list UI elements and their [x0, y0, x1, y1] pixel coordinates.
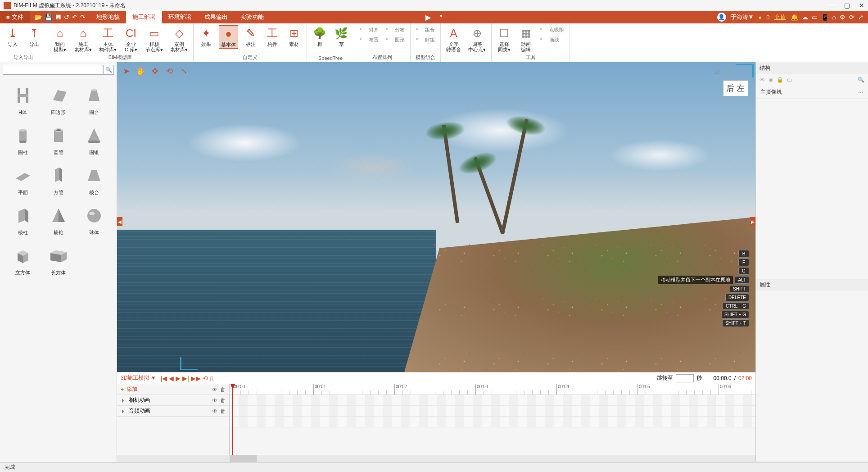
tl-next-button[interactable]: ▶| — [182, 375, 189, 382]
tl-last-button[interactable]: ▶▶ — [191, 375, 201, 382]
shape-frustum-cone[interactable]: 圆台 — [78, 85, 109, 116]
select-tool[interactable]: ➤ — [120, 65, 132, 77]
ribbon-grass[interactable]: 🌿草 — [332, 25, 350, 48]
ribbon-export[interactable]: ⤒导出 — [25, 25, 43, 48]
ribbon-align[interactable]: ▫对齐 — [358, 25, 380, 34]
ribbon-material[interactable]: ⊞素材 — [285, 25, 303, 48]
shape-frustum[interactable]: 棱台 — [78, 165, 109, 196]
shape-sphere[interactable]: 球体 — [78, 205, 109, 236]
play-button[interactable]: ▶ — [425, 13, 431, 22]
ribbon-import[interactable]: ⤓导入 — [4, 25, 22, 48]
ribbon-effect[interactable]: ✦效果 — [197, 25, 215, 48]
screen-icon[interactable]: ▭ — [812, 14, 818, 21]
shape-cube[interactable]: 立方体 — [7, 245, 38, 276]
ribbon-case-lib[interactable]: ◇案例素材库▾ — [168, 25, 190, 53]
maximize-button[interactable]: ▢ — [844, 2, 850, 9]
search-button[interactable]: 🔍 — [103, 65, 114, 75]
ribbon-ungroup[interactable]: ▫解组 — [414, 35, 437, 44]
file-menu[interactable]: ≡ 文件 — [0, 11, 30, 23]
ribbon-place[interactable]: ▫布置 — [358, 35, 380, 44]
right-panel-toggle[interactable]: ▶ — [750, 217, 755, 226]
bell-icon[interactable]: 🔔 — [791, 14, 798, 21]
ribbon-my-model[interactable]: ⌂我的模型▾ — [51, 25, 69, 53]
rotate-tool[interactable]: ⟲ — [163, 65, 176, 77]
tl-play-button[interactable]: ▶ — [176, 375, 181, 382]
eye-icon[interactable]: 👁 — [212, 397, 217, 404]
menu-tab-0[interactable]: 地形地貌 — [90, 10, 126, 24]
ribbon-tree[interactable]: 🌳树 — [311, 25, 329, 48]
ribbon-construction-lib[interactable]: ⌂施工素材库▾ — [72, 25, 94, 53]
eye-icon[interactable]: 👁 — [212, 386, 217, 393]
ribbon-anim-edit[interactable]: ▦动画编辑 — [517, 25, 535, 53]
play-dropdown[interactable]: ▾ — [440, 13, 443, 22]
save-icon[interactable]: 💾 — [45, 14, 52, 21]
ribbon-annotate[interactable]: ✎标注 — [242, 25, 260, 48]
ribbon-template-lib[interactable]: ▭样板节点库▾ — [144, 25, 165, 53]
shape-h-body[interactable]: H体 — [7, 85, 38, 116]
lock-icon[interactable]: 🔒 — [777, 77, 783, 83]
expand-icon[interactable]: ⤢ — [858, 14, 863, 21]
tl-marker-button[interactable]: ⎍ — [210, 375, 213, 382]
tl-first-button[interactable]: |◀ — [161, 375, 167, 382]
viewport-3d[interactable]: ➤ ✋ ✥ ⟲ ⤡ ⌂ ↑ 后 左 ◀ ▶ BFG移动模型并留下一个副本在原地A… — [117, 62, 755, 372]
ribbon-tts[interactable]: A文字转语音 — [444, 25, 463, 53]
track-item[interactable]: ⏵音频动画 — [121, 407, 150, 415]
ribbon-drawline[interactable]: ▫画线 — [538, 35, 566, 44]
view-arrow-icon[interactable]: ↑ — [727, 68, 730, 76]
menu-tab-4[interactable]: 实验功能 — [234, 10, 270, 24]
ribbon-group[interactable]: ▫组合 — [414, 25, 437, 34]
saveas-icon[interactable]: 🖪 — [55, 14, 61, 21]
move-tool[interactable]: ✥ — [149, 65, 161, 77]
recharge-link[interactable]: 充值 — [774, 13, 786, 21]
more-icon[interactable]: ⋯ — [858, 89, 863, 95]
shape-cuboid[interactable]: 长方体 — [43, 245, 74, 276]
shape-pyramid[interactable]: 棱锥 — [43, 205, 74, 236]
redo-icon[interactable]: ↷ — [80, 14, 86, 21]
open-icon[interactable]: 📂 — [34, 14, 42, 21]
ribbon-circle[interactable]: ▫圆形 — [384, 35, 407, 44]
timeline-lane[interactable] — [230, 417, 755, 427]
left-panel-toggle[interactable]: ◀ — [117, 217, 122, 226]
eye-icon[interactable]: 👁 — [212, 408, 217, 414]
trash-icon[interactable]: 🗑 — [220, 386, 226, 393]
add-track-button[interactable]: + 添加 — [121, 386, 137, 393]
user-name[interactable]: 于海涛▼ — [731, 13, 754, 21]
ribbon-primitive[interactable]: ●基本体 — [219, 25, 238, 49]
cloud-icon[interactable]: ☁ — [802, 14, 808, 21]
shape-search-input[interactable] — [3, 65, 103, 75]
view-home-icon[interactable]: ⌂ — [715, 68, 719, 76]
shape-plane[interactable]: 平面 — [7, 165, 38, 196]
trash-icon[interactable]: 🗑 — [220, 397, 226, 404]
timeline-lane[interactable] — [230, 395, 755, 406]
ribbon-distribute[interactable]: ▫分布 — [384, 25, 407, 34]
shape-rect-tube[interactable]: 方管 — [43, 165, 74, 196]
ribbon-snap-point[interactable]: ▫点吸附 — [538, 25, 566, 34]
ribbon-component[interactable]: 工构件 — [263, 25, 281, 48]
gear-icon[interactable]: ⚙ — [840, 14, 845, 21]
home-icon[interactable]: ⌂ — [832, 14, 836, 21]
undo-icon[interactable]: ↶ — [72, 14, 77, 21]
shape-tube[interactable]: 圆管 — [43, 125, 74, 156]
refresh-icon[interactable]: ⟳ — [849, 14, 854, 21]
menu-tab-2[interactable]: 环境部署 — [162, 10, 198, 24]
history-icon[interactable]: ↺ — [64, 14, 69, 21]
shape-cone[interactable]: 圆锥 — [78, 125, 109, 156]
tl-loop-button[interactable]: ⟲ — [203, 375, 208, 382]
trash-icon[interactable]: 🗑 — [220, 408, 226, 414]
shape-cylinder[interactable]: 圆柱 — [7, 125, 38, 156]
main-camera-item[interactable]: 主摄像机 — [760, 88, 782, 96]
jump-input[interactable] — [676, 374, 694, 382]
user-avatar-icon[interactable]: 👤 — [717, 13, 726, 22]
folder-icon[interactable]: 🗀 — [787, 77, 792, 83]
phone-icon[interactable]: 📱 — [821, 14, 829, 21]
ribbon-select-same[interactable]: ☐选择同类▾ — [495, 25, 513, 53]
playhead[interactable] — [232, 384, 233, 455]
timeline-title[interactable]: 3D施工模拟 ▼ — [121, 374, 156, 382]
view-cube[interactable]: 后 左 — [723, 80, 748, 96]
ribbon-adjust-center[interactable]: ⊕调整中心点▾ — [466, 25, 488, 53]
tl-prev-button[interactable]: ◀ — [169, 375, 174, 382]
close-button[interactable]: ✕ — [859, 2, 864, 9]
menu-tab-3[interactable]: 成果输出 — [198, 10, 234, 24]
scale-tool[interactable]: ⤡ — [177, 65, 190, 77]
track-item[interactable]: ⏵相机动画 — [121, 396, 150, 404]
